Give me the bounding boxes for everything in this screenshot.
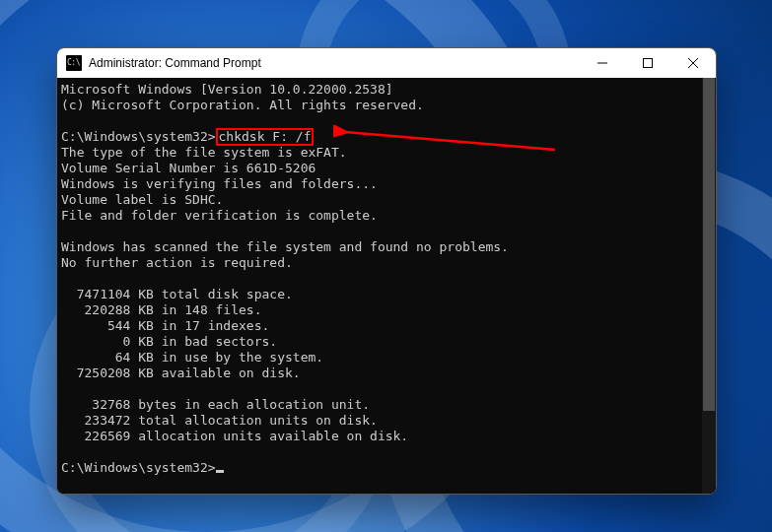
stat-line: 7250208 KB available on disk. <box>61 366 301 380</box>
stat-line: 0 KB in bad sectors. <box>61 334 277 349</box>
svg-line-5 <box>345 132 555 150</box>
version-line: Microsoft Windows [Version 10.0.22000.25… <box>61 82 393 97</box>
window-title: Administrator: Command Prompt <box>89 56 580 70</box>
command-prompt-window: C:\ Administrator: Command Prompt Micros… <box>56 47 717 495</box>
output-line: Windows is verifying files and folders..… <box>61 176 378 191</box>
prompt-path: C:\Windows\system32> <box>61 129 216 144</box>
stat-line: 64 KB in use by the system. <box>61 350 323 365</box>
scrollbar-thumb[interactable] <box>703 78 715 411</box>
cursor <box>216 470 224 473</box>
titlebar[interactable]: C:\ Administrator: Command Prompt <box>57 48 716 78</box>
output-line: Volume Serial Number is 661D-5206 <box>61 161 316 175</box>
output-line: Volume label is SDHC. <box>61 192 223 207</box>
minimize-button[interactable] <box>580 48 625 78</box>
maximize-button[interactable] <box>625 48 670 78</box>
stat-line: 7471104 KB total disk space. <box>61 287 293 301</box>
copyright-line: (c) Microsoft Corporation. All rights re… <box>61 98 424 112</box>
terminal-output[interactable]: Microsoft Windows [Version 10.0.22000.25… <box>57 78 716 494</box>
highlighted-command: chkdsk F: /f <box>216 128 315 146</box>
stat-line: 220288 KB in 148 files. <box>61 302 262 317</box>
scrollbar[interactable] <box>702 78 716 494</box>
annotation-arrow <box>333 125 560 155</box>
alloc-line: 226569 allocation units available on dis… <box>61 429 408 443</box>
close-button[interactable] <box>670 48 716 78</box>
svg-rect-1 <box>644 59 653 68</box>
alloc-line: 32768 bytes in each allocation unit. <box>61 397 370 412</box>
prompt-path: C:\Windows\system32> <box>61 460 216 475</box>
output-line: No further action is required. <box>61 255 293 270</box>
output-line: The type of the file system is exFAT. <box>61 145 347 160</box>
stat-line: 544 KB in 17 indexes. <box>61 318 269 333</box>
output-line: Windows has scanned the file system and … <box>61 239 509 254</box>
cmd-icon: C:\ <box>66 55 82 71</box>
output-line: File and folder verification is complete… <box>61 208 378 223</box>
alloc-line: 233472 total allocation units on disk. <box>61 413 378 428</box>
